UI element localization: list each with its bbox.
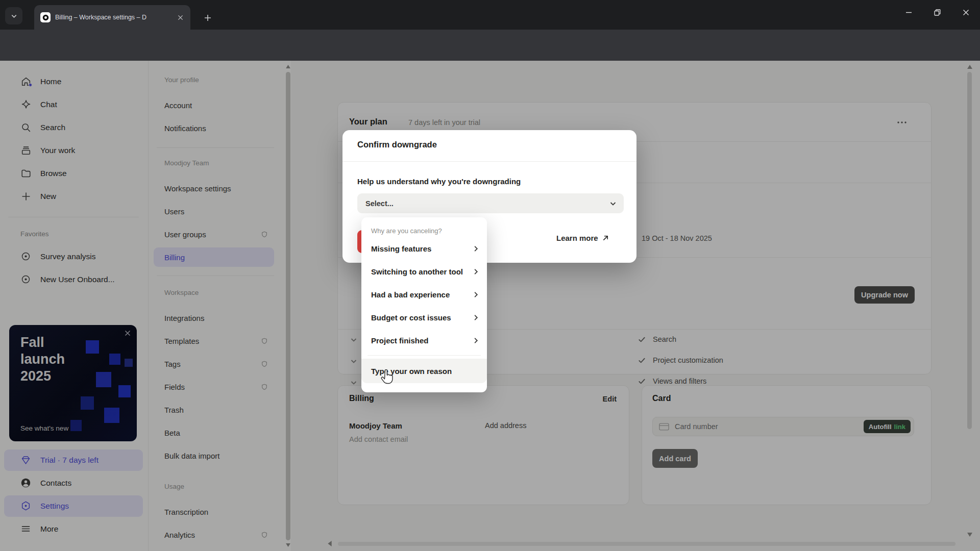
browser-toolbar: moodjoy-team-2h2v.dovetail.com/settings/… (0, 30, 980, 61)
menu-item-missing-features[interactable]: Missing features (361, 237, 487, 260)
menu-item-budget-cost[interactable]: Budget or cost issues (361, 306, 487, 329)
window-controls (894, 0, 980, 24)
cancel-menu-header: Why are you canceling? (361, 224, 487, 237)
cancel-reason-menu: Why are you canceling? Missing features … (361, 217, 487, 392)
new-tab-button[interactable] (200, 10, 215, 26)
learn-more-link[interactable]: Learn more (556, 234, 609, 242)
tab-title: Billing – Workspace settings – D (55, 14, 170, 21)
browser-chrome: Billing – Workspace settings – D (0, 0, 980, 61)
chevron-right-icon (473, 268, 479, 275)
learn-more-label: Learn more (556, 234, 598, 242)
hand-cursor (380, 369, 394, 385)
reason-select[interactable]: Select... (357, 193, 624, 213)
external-link-arrow-icon (602, 235, 609, 241)
chevron-right-icon (473, 314, 479, 321)
menu-item-label: Switching to another tool (371, 267, 463, 276)
modal-title: Confirm downgrade (357, 140, 437, 149)
menu-item-bad-experience[interactable]: Had a bad experience (361, 283, 487, 306)
menu-item-label: Budget or cost issues (371, 313, 451, 322)
menu-item-label: Project finished (371, 336, 429, 345)
chevron-right-icon (473, 337, 479, 344)
window-minimize-button[interactable] (894, 0, 923, 24)
chevron-down-icon (11, 13, 17, 19)
menu-divider (368, 355, 481, 356)
reason-select-value: Select... (365, 199, 394, 208)
browser-tab[interactable]: Billing – Workspace settings – D (34, 5, 190, 30)
modal-divider (342, 161, 636, 162)
chevron-down-icon (609, 200, 617, 207)
tab-close-icon[interactable] (175, 12, 185, 22)
browser-tab-strip: Billing – Workspace settings – D (0, 0, 980, 30)
tab-search-button[interactable] (5, 7, 22, 24)
chevron-right-icon (473, 291, 479, 298)
plus-icon (204, 14, 212, 22)
window-close-button[interactable] (951, 0, 980, 24)
downgrade-question-label: Help us understand why you're downgradin… (357, 177, 521, 186)
chevron-right-icon (473, 245, 479, 252)
dovetail-favicon-icon (40, 12, 51, 22)
menu-item-label: Had a bad experience (371, 290, 450, 299)
menu-item-label: Missing features (371, 244, 431, 253)
menu-item-project-finished[interactable]: Project finished (361, 329, 487, 352)
menu-item-switching-tool[interactable]: Switching to another tool (361, 260, 487, 283)
window-restore-button[interactable] (923, 0, 951, 24)
